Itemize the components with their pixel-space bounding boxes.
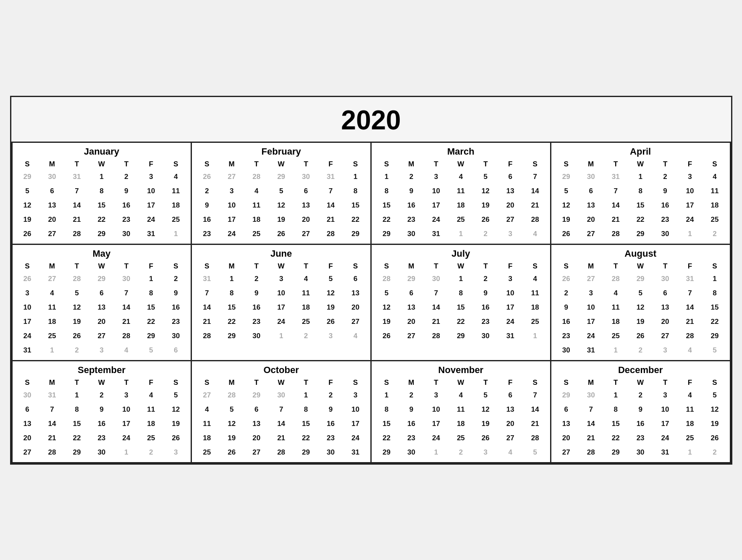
day-cell: 22 — [343, 213, 368, 227]
day-header-S: S — [703, 261, 727, 272]
day-cell: 31 — [579, 343, 603, 358]
day-cell: 17 — [139, 198, 163, 213]
day-cell: 26 — [15, 272, 40, 286]
day-cell: 20 — [244, 431, 269, 445]
day-cell: 11 — [244, 198, 269, 213]
day-headers-row: SMTWTFS — [554, 159, 727, 170]
day-header-W: W — [89, 159, 114, 170]
day-cell: 22 — [448, 315, 473, 329]
day-header-M: M — [579, 261, 603, 272]
day-cell: 5 — [318, 272, 343, 286]
day-cell: 3 — [89, 343, 114, 358]
day-cell: 27 — [653, 329, 678, 343]
day-cell: 24 — [219, 227, 244, 241]
day-cell: 1 — [424, 445, 448, 460]
day-cell: 3 — [424, 388, 448, 402]
month-block-october: OctoberSMTWTFS27282930123456789101112131… — [192, 361, 372, 463]
day-cell: 29 — [89, 227, 114, 241]
day-header-S: S — [343, 261, 368, 272]
day-cell: 30 — [579, 388, 603, 402]
day-cell: 19 — [15, 213, 40, 227]
days-grid: 1234567891011121314151617181920212223242… — [374, 388, 548, 460]
day-header-S: S — [194, 159, 219, 170]
day-cell: 10 — [498, 286, 523, 300]
day-cell: 19 — [554, 213, 579, 227]
day-cell: 15 — [343, 198, 368, 213]
day-cell: 3 — [318, 329, 343, 343]
month-name-february: February — [194, 146, 368, 157]
day-cell: 3 — [114, 388, 139, 402]
day-cell: 3 — [579, 286, 603, 300]
day-cell: 7 — [579, 402, 603, 417]
day-cell: 26 — [628, 329, 653, 343]
day-cell: 16 — [244, 300, 269, 315]
day-cell: 1 — [678, 227, 703, 241]
day-cell: 29 — [628, 227, 653, 241]
day-cell: 26 — [703, 431, 727, 445]
day-cell: 4 — [678, 388, 703, 402]
day-cell: 13 — [39, 198, 64, 213]
day-cell: 29 — [603, 445, 628, 460]
day-header-M: M — [39, 261, 64, 272]
day-cell: 4 — [523, 272, 548, 286]
day-header-W: W — [628, 377, 653, 388]
month-name-january: January — [15, 146, 189, 157]
day-cell: 5 — [64, 286, 89, 300]
day-cell: 25 — [39, 329, 64, 343]
day-cell: 26 — [473, 431, 498, 445]
day-cell: 29 — [139, 329, 163, 343]
day-cell: 22 — [139, 315, 163, 329]
day-cell: 11 — [194, 417, 219, 431]
day-header-T: T — [603, 159, 628, 170]
day-cell: 24 — [139, 213, 163, 227]
day-cell: 4 — [603, 286, 628, 300]
day-cell: 19 — [269, 213, 294, 227]
day-cell: 13 — [653, 300, 678, 315]
day-cell: 4 — [39, 286, 64, 300]
day-header-T: T — [64, 377, 89, 388]
day-cell: 1 — [703, 272, 727, 286]
day-cell: 10 — [579, 300, 603, 315]
day-headers-row: SMTWTFS — [15, 377, 189, 388]
day-cell: 13 — [294, 198, 318, 213]
day-cell: 12 — [64, 300, 89, 315]
day-cell: 14 — [194, 300, 219, 315]
day-cell: 8 — [374, 184, 399, 198]
day-cell: 25 — [523, 315, 548, 329]
day-header-S: S — [523, 377, 548, 388]
day-header-T: T — [653, 159, 678, 170]
day-cell: 29 — [89, 272, 114, 286]
day-cell: 27 — [39, 272, 64, 286]
day-cell: 19 — [374, 315, 399, 329]
day-cell: 18 — [39, 315, 64, 329]
days-grid: 2728293012345678910111213141516171819202… — [194, 388, 368, 460]
day-cell: 6 — [89, 286, 114, 300]
day-cell: 23 — [653, 213, 678, 227]
day-cell: 15 — [89, 198, 114, 213]
day-cell: 12 — [628, 300, 653, 315]
day-cell: 18 — [603, 315, 628, 329]
day-cell: 25 — [294, 315, 318, 329]
day-cell: 28 — [269, 445, 294, 460]
day-cell: 3 — [678, 170, 703, 184]
day-cell: 2 — [399, 388, 424, 402]
day-cell: 5 — [554, 184, 579, 198]
days-grid: 2829301234567891011121314151617181920212… — [374, 272, 548, 343]
day-cell: 26 — [269, 227, 294, 241]
month-name-march: March — [374, 146, 548, 157]
month-block-july: JulySMTWTFS28293012345678910111213141516… — [372, 245, 551, 361]
day-cell: 6 — [554, 402, 579, 417]
day-cell: 15 — [603, 417, 628, 431]
day-header-S: S — [194, 261, 219, 272]
day-cell: 18 — [703, 198, 727, 213]
day-cell: 1 — [448, 272, 473, 286]
day-cell: 19 — [473, 198, 498, 213]
day-cell: 24 — [579, 329, 603, 343]
day-cell: 4 — [114, 343, 139, 358]
day-cell: 20 — [15, 431, 40, 445]
day-header-S: S — [523, 159, 548, 170]
day-header-S: S — [554, 261, 579, 272]
day-header-T: T — [244, 261, 269, 272]
day-cell: 29 — [269, 170, 294, 184]
day-cell: 11 — [39, 300, 64, 315]
